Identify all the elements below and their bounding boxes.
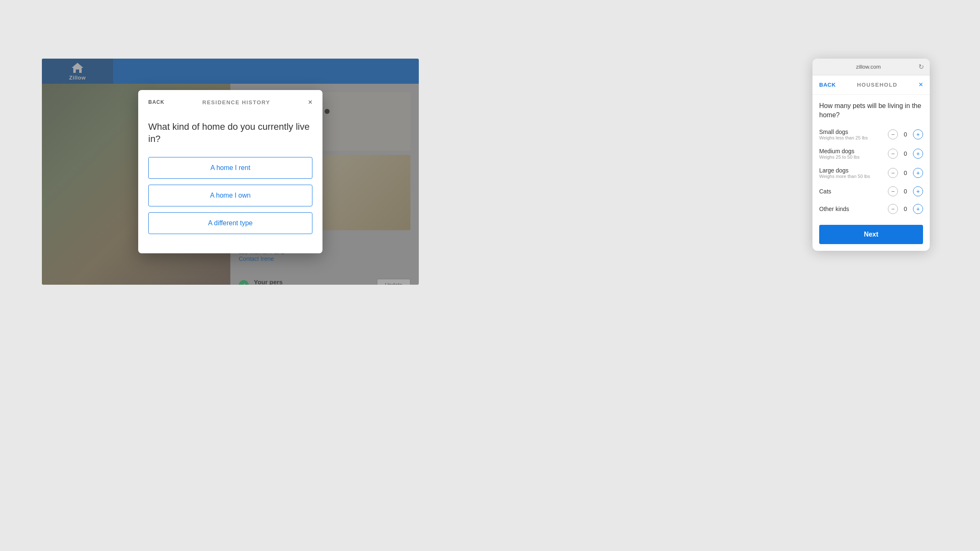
mobile-content: How many pets will be living in the home… <box>812 95 930 251</box>
mobile-panel: zillow.com ↻ BACK HOUSEHOLD × How many p… <box>812 59 930 251</box>
count-cats: 0 <box>902 188 909 195</box>
count-small-dogs: 0 <box>902 131 909 138</box>
mobile-back-button[interactable]: BACK <box>819 82 836 88</box>
mobile-section-title: HOUSEHOLD <box>857 82 897 88</box>
pet-weight-small-dogs: Weighs less than 25 lbs <box>819 135 888 140</box>
pet-name-medium-dogs: Medium dogs <box>819 148 888 154</box>
pet-name-other: Other kinds <box>819 206 888 212</box>
increment-cats-button[interactable]: + <box>913 186 923 196</box>
pet-weight-large-dogs: Weighs more than 50 lbs <box>819 174 888 179</box>
pet-counter-medium-dogs: − 0 + <box>888 149 923 159</box>
pet-info-small-dogs: Small dogs Weighs less than 25 lbs <box>819 129 888 140</box>
increment-large-dogs-button[interactable]: + <box>913 168 923 178</box>
pet-counter-cats: − 0 + <box>888 186 923 196</box>
option-rent-button[interactable]: A home I rent <box>148 157 312 179</box>
pet-row-medium-dogs: Medium dogs Weighs 25 to 50 lbs − 0 + <box>819 148 923 160</box>
pet-row-other: Other kinds − 0 + <box>819 204 923 214</box>
decrement-cats-button[interactable]: − <box>888 186 898 196</box>
mobile-question: How many pets will be living in the home… <box>819 101 923 120</box>
decrement-medium-dogs-button[interactable]: − <box>888 149 898 159</box>
residence-history-modal: BACK RESIDENCE HISTORY × What kind of ho… <box>138 90 322 253</box>
pet-row-large-dogs: Large dogs Weighs more than 50 lbs − 0 + <box>819 167 923 179</box>
increment-small-dogs-button[interactable]: + <box>913 129 923 139</box>
mobile-url-text: zillow.com <box>818 64 918 70</box>
next-button[interactable]: Next <box>819 225 923 244</box>
pet-info-cats: Cats <box>819 188 888 195</box>
mobile-nav-bar: BACK HOUSEHOLD × <box>812 75 930 95</box>
pet-name-large-dogs: Large dogs <box>819 167 888 174</box>
pet-counter-other: − 0 + <box>888 204 923 214</box>
decrement-other-button[interactable]: − <box>888 204 898 214</box>
mobile-reload-icon[interactable]: ↻ <box>918 63 924 71</box>
count-other: 0 <box>902 206 909 212</box>
pet-name-cats: Cats <box>819 188 888 195</box>
modal-header: BACK RESIDENCE HISTORY × <box>138 90 322 113</box>
background-page: Zillow Rental a 321 Main St # C, S Conta… <box>42 59 419 285</box>
increment-medium-dogs-button[interactable]: + <box>913 149 923 159</box>
modal-question: What kind of home do you currently live … <box>148 121 312 145</box>
decrement-large-dogs-button[interactable]: − <box>888 168 898 178</box>
modal-body: What kind of home do you currently live … <box>138 113 322 253</box>
pet-row-small-dogs: Small dogs Weighs less than 25 lbs − 0 + <box>819 129 923 140</box>
modal-close-button[interactable]: × <box>308 98 312 106</box>
count-medium-dogs: 0 <box>902 150 909 157</box>
option-own-button[interactable]: A home I own <box>148 185 312 206</box>
pet-info-large-dogs: Large dogs Weighs more than 50 lbs <box>819 167 888 179</box>
pet-row-cats: Cats − 0 + <box>819 186 923 196</box>
pet-info-other: Other kinds <box>819 206 888 212</box>
count-large-dogs: 0 <box>902 170 909 176</box>
mobile-url-bar: zillow.com ↻ <box>812 59 930 75</box>
pet-counter-small-dogs: − 0 + <box>888 129 923 139</box>
mobile-close-button[interactable]: × <box>918 80 923 89</box>
modal-overlay: BACK RESIDENCE HISTORY × What kind of ho… <box>42 59 419 285</box>
pet-name-small-dogs: Small dogs <box>819 129 888 135</box>
modal-title: RESIDENCE HISTORY <box>165 99 308 106</box>
pet-info-medium-dogs: Medium dogs Weighs 25 to 50 lbs <box>819 148 888 160</box>
increment-other-button[interactable]: + <box>913 204 923 214</box>
decrement-small-dogs-button[interactable]: − <box>888 129 898 139</box>
pet-weight-medium-dogs: Weighs 25 to 50 lbs <box>819 154 888 160</box>
modal-back-button[interactable]: BACK <box>148 99 165 105</box>
pet-counter-large-dogs: − 0 + <box>888 168 923 178</box>
option-different-button[interactable]: A different type <box>148 212 312 234</box>
